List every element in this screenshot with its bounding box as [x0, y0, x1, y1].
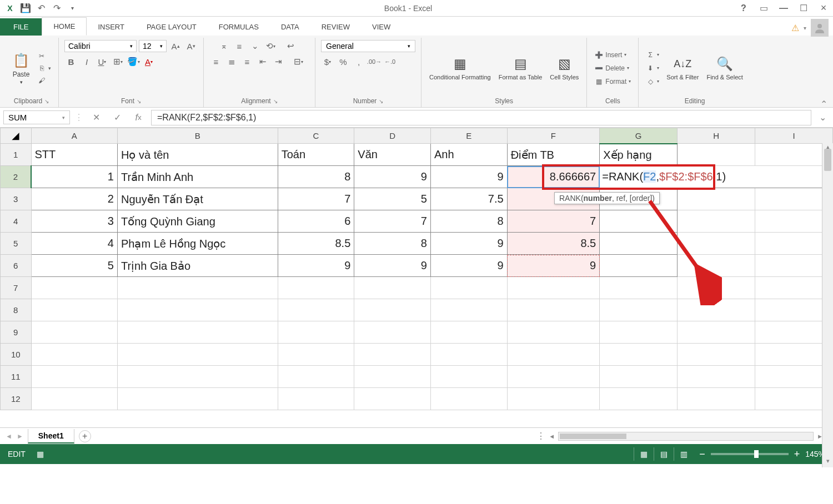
cancel-formula-icon[interactable]: ✕: [88, 111, 104, 124]
font-name-combo[interactable]: Calibri▾: [64, 40, 137, 52]
cell-A11[interactable]: [31, 366, 117, 388]
cell-G9[interactable]: [600, 321, 678, 344]
cell-B9[interactable]: [117, 321, 278, 344]
cell-E5[interactable]: 9: [430, 233, 507, 255]
chevron-down-icon[interactable]: ▾: [804, 25, 806, 31]
cell-B7[interactable]: [117, 277, 278, 299]
fill-button[interactable]: ⬇▾: [644, 63, 661, 73]
clear-button[interactable]: ◇▾: [644, 77, 661, 87]
cell-H11[interactable]: [678, 366, 755, 388]
cell-I8[interactable]: [755, 299, 833, 321]
cell-A7[interactable]: [31, 277, 117, 299]
zoom-slider-handle[interactable]: [754, 450, 759, 458]
cell-F2[interactable]: 8.666667: [507, 166, 600, 188]
cell-G4[interactable]: [600, 210, 678, 233]
cell-F9[interactable]: [507, 321, 600, 344]
cell-C4[interactable]: 6: [278, 210, 354, 233]
cell-E7[interactable]: [430, 277, 507, 299]
dialog-launcher-icon[interactable]: ↘: [44, 98, 49, 104]
help-icon[interactable]: ?: [737, 2, 750, 14]
collapse-ribbon-icon[interactable]: ⌃: [820, 99, 827, 109]
cell-A5[interactable]: 4: [31, 233, 117, 255]
cell-E11[interactable]: [430, 366, 507, 388]
align-bottom-icon[interactable]: ⌄: [248, 40, 262, 52]
cell-A12[interactable]: [31, 388, 117, 410]
cell-C8[interactable]: [278, 299, 354, 321]
cell-H1[interactable]: [678, 144, 755, 166]
cell-I12[interactable]: [755, 388, 833, 410]
col-header-H[interactable]: H: [678, 128, 755, 144]
cell-D2[interactable]: 9: [354, 166, 431, 188]
user-account-icon[interactable]: [811, 19, 829, 37]
cell-I5[interactable]: [755, 233, 833, 255]
paste-button[interactable]: 📋 Paste ▾: [10, 49, 32, 87]
cell-D7[interactable]: [354, 277, 431, 299]
sheet-tab-sheet1[interactable]: Sheet1: [28, 429, 74, 443]
row-header-7[interactable]: 7: [1, 277, 32, 299]
view-page-layout-icon[interactable]: ▤: [654, 447, 674, 461]
wrap-text-icon[interactable]: ↩: [279, 40, 302, 52]
hscroll-thumb[interactable]: [560, 434, 626, 439]
close-icon[interactable]: ×: [817, 2, 830, 14]
sheet-nav[interactable]: ◄►: [6, 432, 23, 440]
dialog-launcher-icon[interactable]: ↘: [273, 98, 278, 104]
cell-F8[interactable]: [507, 299, 600, 321]
cell-styles-button[interactable]: ▧Cell Styles: [548, 53, 581, 83]
vertical-scrollbar[interactable]: ▴ ▾: [822, 143, 833, 467]
cell-B12[interactable]: [117, 388, 278, 410]
scrollbar-thumb[interactable]: [824, 149, 831, 171]
undo-icon[interactable]: ↶: [34, 2, 48, 15]
cell-E8[interactable]: [430, 299, 507, 321]
row-header-6[interactable]: 6: [1, 255, 32, 277]
cell-E12[interactable]: [430, 388, 507, 410]
cell-H10[interactable]: [678, 344, 755, 366]
expand-formula-bar-icon[interactable]: ⌄: [816, 112, 830, 123]
cell-A1[interactable]: STT: [31, 144, 117, 166]
row-header-8[interactable]: 8: [1, 299, 32, 321]
format-painter-button[interactable]: 🖌: [36, 75, 53, 85]
cell-E3[interactable]: 7.5: [430, 188, 507, 210]
tab-formulas[interactable]: FORMULAS: [208, 18, 270, 36]
zoom-in-icon[interactable]: +: [794, 448, 800, 460]
cell-H8[interactable]: [678, 299, 755, 321]
decrease-font-icon[interactable]: A▾: [184, 40, 198, 52]
tab-file[interactable]: FILE: [0, 18, 42, 36]
cell-B4[interactable]: Tống Quỳnh Giang: [117, 210, 278, 233]
row-header-1[interactable]: 1: [1, 144, 32, 166]
cell-H3[interactable]: [678, 188, 755, 210]
cell-H6[interactable]: [678, 255, 755, 277]
zoom-slider[interactable]: [711, 453, 789, 455]
cell-I7[interactable]: [755, 277, 833, 299]
worksheet-grid[interactable]: ◢ A B C D E F G H I 1 STT Họ và tên Toán…: [0, 128, 833, 427]
cell-I3[interactable]: [755, 188, 833, 210]
align-center-icon[interactable]: ≣: [225, 56, 238, 68]
cell-H7[interactable]: [678, 277, 755, 299]
delete-cells-button[interactable]: ➖Delete▾: [593, 63, 633, 73]
format-cells-button[interactable]: ▦Format▾: [593, 77, 633, 87]
currency-icon[interactable]: $▾: [321, 56, 334, 68]
cell-E4[interactable]: 8: [430, 210, 507, 233]
cell-D9[interactable]: [354, 321, 431, 344]
cell-E6[interactable]: 9: [430, 255, 507, 277]
row-header-4[interactable]: 4: [1, 210, 32, 233]
cell-G12[interactable]: [600, 388, 678, 410]
tab-insert[interactable]: INSERT: [87, 18, 135, 36]
cell-B10[interactable]: [117, 344, 278, 366]
cell-F12[interactable]: [507, 388, 600, 410]
qat-customize-icon[interactable]: ▾: [66, 2, 79, 15]
cell-B11[interactable]: [117, 366, 278, 388]
align-top-icon[interactable]: ⌅: [217, 40, 230, 52]
increase-decimal-icon[interactable]: .00→: [368, 56, 381, 68]
bold-button[interactable]: B: [64, 56, 78, 68]
scroll-down-icon[interactable]: ▾: [822, 457, 833, 467]
row-header-10[interactable]: 10: [1, 344, 32, 366]
border-button[interactable]: ⊞▾: [111, 56, 124, 68]
cell-C5[interactable]: 8.5: [278, 233, 354, 255]
cell-C12[interactable]: [278, 388, 354, 410]
conditional-formatting-button[interactable]: ▦Conditional Formatting: [427, 53, 493, 83]
cell-F4[interactable]: 7: [507, 210, 600, 233]
cell-D4[interactable]: 7: [354, 210, 431, 233]
tab-page-layout[interactable]: PAGE LAYOUT: [136, 18, 208, 36]
col-header-I[interactable]: I: [755, 128, 833, 144]
format-as-table-button[interactable]: ▤Format as Table: [496, 53, 545, 83]
